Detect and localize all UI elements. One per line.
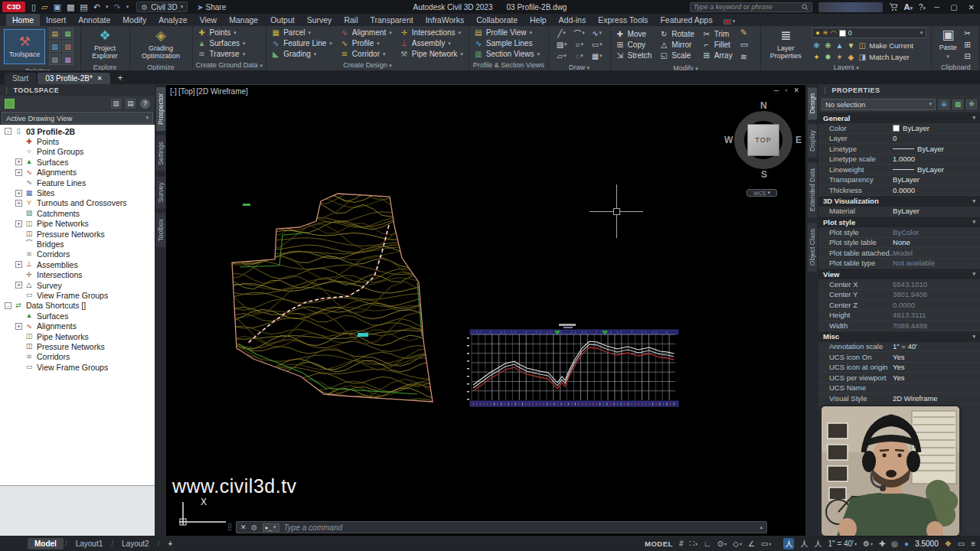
toolspace-tab-settings[interactable]: Settings xyxy=(156,135,165,171)
viewport-restore-icon[interactable]: ▫ xyxy=(785,86,787,94)
layout-tab-layout2[interactable]: Layout2 xyxy=(115,538,156,549)
ribbon-tab-insert[interactable]: Insert xyxy=(40,14,72,26)
restore-button[interactable]: ▢ xyxy=(948,3,959,11)
ribbon-button-profile-view[interactable]: ▤Profile View▾ xyxy=(474,28,540,37)
ribbon-button-corridor[interactable]: ≋Corridor▾ xyxy=(340,50,392,58)
ribbon-tab-output[interactable]: Output xyxy=(264,14,301,26)
section-collapse-icon[interactable]: ▾ xyxy=(972,198,975,204)
property-row-center-x[interactable]: Center X6543.1010 xyxy=(818,279,980,290)
selection-dropdown[interactable]: No selection▾ xyxy=(822,99,936,110)
layer-isolate-icon[interactable]: ▼ xyxy=(846,41,855,50)
tool-palettes-icon[interactable]: ▦ xyxy=(62,28,74,39)
tree-item-survey[interactable]: +△Survey xyxy=(0,280,155,290)
property-row-linetype[interactable]: LinetypeByLayer xyxy=(818,144,980,155)
ribbon-button-trim[interactable]: ✂Trim xyxy=(702,30,733,38)
property-value[interactable]: 0.0000 xyxy=(893,186,980,194)
ribbon-button-array[interactable]: ⊞Array xyxy=(702,51,733,60)
snap-icon[interactable]: ⸬▾ xyxy=(689,539,697,548)
draw-polygon-icon[interactable]: ▱▾ xyxy=(554,51,570,61)
polar-icon[interactable]: ⊙▾ xyxy=(717,540,727,548)
section-header-plot-style[interactable]: Plot style▾ xyxy=(818,217,980,227)
tree-item-surfaces[interactable]: ▲Surfaces xyxy=(0,311,155,321)
expand-icon[interactable]: + xyxy=(15,323,22,330)
cart-icon[interactable] xyxy=(889,3,898,11)
tree-item-view-frame-groups[interactable]: ▭View Frame Groups xyxy=(0,290,155,300)
property-row-ucs-icon-on[interactable]: UCS icon OnYes xyxy=(818,352,980,363)
layer-dropdown[interactable]: ● ☀ ◠ 0 ▾ xyxy=(812,28,926,38)
osnap-icon[interactable]: ▭▾ xyxy=(761,540,771,548)
property-row-ucs-per-viewport[interactable]: UCS per viewportYes xyxy=(818,373,980,383)
viewcube-top-face[interactable]: TOP xyxy=(747,124,779,156)
properties-palette-icon[interactable]: ▤ xyxy=(49,28,60,39)
ribbon-button-section-views[interactable]: ▥Section Views▾ xyxy=(474,50,540,58)
tree-item-turnouts-and-crossovers[interactable]: +YTurnouts and Crossovers xyxy=(0,198,155,208)
viewcube[interactable]: N W E S TOP xyxy=(734,111,792,169)
ribbon-tab-collaborate[interactable]: Collaborate xyxy=(470,14,524,26)
grading-optimization-button[interactable]: ◈ Grading Optimization xyxy=(135,28,188,61)
property-row-transparency[interactable]: TransparencyByLayer xyxy=(818,175,980,186)
ribbon-tab-add-ins[interactable]: Add-ins xyxy=(553,14,593,26)
file-tab-start[interactable]: Start xyxy=(5,73,36,84)
hardware-accel-icon[interactable]: ● xyxy=(904,540,909,548)
layer-unlock-icon[interactable]: ✶ xyxy=(835,53,844,61)
save-as-icon[interactable]: ▩ xyxy=(67,2,74,12)
wcs-dropdown[interactable]: WCS▾ xyxy=(746,189,777,197)
ribbon-tab-survey[interactable]: Survey xyxy=(301,14,338,26)
property-value[interactable]: 2D Wireframe xyxy=(893,394,980,403)
section-header-misc[interactable]: Misc▾ xyxy=(818,331,980,342)
layer-on-icon[interactable]: ◆ xyxy=(846,53,855,61)
graphics-perf-icon[interactable]: ❖ xyxy=(945,540,952,548)
panel-label-design[interactable]: Create Design ▾ xyxy=(266,60,469,70)
tree-item-corridors[interactable]: ≋Corridors xyxy=(0,249,155,259)
tree-item-surfaces[interactable]: +▲Surfaces xyxy=(0,157,155,167)
property-value[interactable]: 0 xyxy=(893,134,980,142)
expand-icon[interactable]: + xyxy=(15,220,22,227)
ribbon-button-scale[interactable]: ◱Scale xyxy=(659,51,694,60)
expand-icon[interactable]: + xyxy=(15,282,22,289)
ribbon-tab-modify[interactable]: Modify xyxy=(116,14,152,26)
property-value[interactable]: 1" = 40' xyxy=(893,342,980,350)
workspace-gear-icon[interactable]: ⚙▾ xyxy=(863,540,873,548)
layer-properties-button[interactable]: ≣ Layer Properties xyxy=(766,28,805,61)
erase-icon[interactable]: ✎ xyxy=(740,28,748,37)
properties-tab-extended-data[interactable]: Extended Data xyxy=(808,162,817,217)
properties-tab-display[interactable]: Display xyxy=(808,124,817,158)
plot-icon[interactable]: ▤ xyxy=(80,2,87,12)
overkill-icon[interactable]: ≋ xyxy=(740,52,748,62)
annotation-autoscale-icon[interactable]: 人 xyxy=(800,538,808,549)
section-collapse-icon[interactable]: ▾ xyxy=(972,115,975,121)
undo-icon[interactable]: ↶ xyxy=(93,2,100,12)
ribbon-tab-rail[interactable]: Rail xyxy=(338,14,364,26)
compass-east[interactable]: E xyxy=(795,135,802,145)
isodraft-icon[interactable]: ◇▾ xyxy=(733,540,742,548)
property-row-plot-table-attached-[interactable]: Plot table attached...Model xyxy=(818,248,980,259)
toolspace-button[interactable]: ⚒ Toolspace xyxy=(5,30,44,64)
markup-set-manager-icon[interactable]: ▨ xyxy=(62,41,74,52)
layout-tab-layout1[interactable]: Layout1 xyxy=(69,538,110,549)
property-value[interactable]: Yes xyxy=(893,363,980,371)
property-row-width[interactable]: Width7089.4489 xyxy=(818,321,980,331)
property-value[interactable]: ByLayer xyxy=(893,175,980,184)
open-file-icon[interactable]: ▱ xyxy=(41,2,47,12)
property-value[interactable]: ByLayer xyxy=(893,207,980,215)
explode-icon[interactable]: ▭ xyxy=(740,40,748,50)
project-explorer-button[interactable]: ❖ Project Explorer xyxy=(86,28,125,61)
properties-tab-design[interactable]: Design xyxy=(808,87,817,119)
tree-item-view-frame-groups[interactable]: ▭View Frame Groups xyxy=(0,362,155,372)
tree-item-pressure-networks[interactable]: ◫Pressure Networks xyxy=(0,229,155,239)
make-current-button[interactable]: ◫Make Current xyxy=(858,41,913,50)
tree-item-data-shortcuts-[interactable]: -⇄Data Shortcuts [] xyxy=(0,301,155,311)
annotation-scale-value[interactable]: 1" = 40'▾ xyxy=(828,540,857,548)
section-header-3d-visualization[interactable]: 3D Visualization▾ xyxy=(818,196,980,207)
app-logo-icon[interactable]: C3D xyxy=(2,2,25,12)
ribbon-button-assembly[interactable]: ⊥Assembly▾ xyxy=(400,39,463,47)
ribbon-tab-transparent[interactable]: Transparent xyxy=(364,14,419,26)
ribbon-button-stretch[interactable]: ⇲Stretch xyxy=(616,51,652,60)
property-row-linetype-scale[interactable]: Linetype scale1.0000 xyxy=(818,155,980,165)
draw-ellipse-icon[interactable]: ◌▾ xyxy=(571,51,588,61)
cut-icon[interactable]: ✂ xyxy=(964,29,970,37)
tree-item-intersections[interactable]: ✛Intersections xyxy=(0,269,155,279)
save-icon[interactable]: ▣ xyxy=(54,2,61,12)
ribbon-button-parcel[interactable]: ▦Parcel▾ xyxy=(271,28,332,37)
ribbon-button-points[interactable]: ✚Points▾ xyxy=(198,28,246,37)
